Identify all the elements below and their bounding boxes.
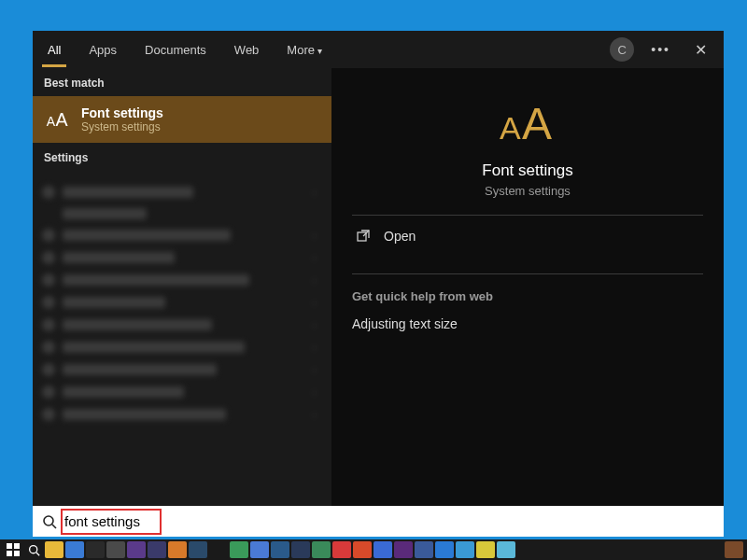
svg-rect-9 — [7, 551, 12, 556]
blurred-results: › › › › › › › › › › — [33, 171, 331, 436]
chevron-down-icon: ▾ — [317, 46, 322, 56]
taskbar-app[interactable] — [168, 541, 187, 558]
svg-point-5 — [44, 516, 53, 525]
taskbar-app[interactable] — [415, 541, 433, 558]
taskbar-app[interactable] — [45, 541, 63, 558]
tab-more[interactable]: More▾ — [281, 34, 328, 66]
divider — [352, 273, 703, 274]
taskbar-app[interactable] — [312, 541, 331, 558]
svg-text:A: A — [56, 109, 69, 130]
more-options-icon[interactable]: ••• — [651, 42, 670, 57]
svg-text:A: A — [47, 114, 56, 129]
taskbar-app[interactable] — [127, 541, 146, 558]
svg-line-6 — [52, 525, 56, 528]
svg-rect-7 — [7, 543, 12, 549]
taskbar-app[interactable] — [189, 541, 207, 558]
search-icon — [42, 514, 57, 529]
tab-all[interactable]: All — [42, 34, 66, 66]
web-help-header: Get quick help from web — [352, 289, 703, 303]
taskbar-app[interactable] — [271, 541, 289, 558]
search-input[interactable] — [64, 513, 714, 529]
taskbar-app[interactable] — [497, 541, 515, 558]
taskbar — [0, 539, 747, 560]
taskbar-app[interactable] — [476, 541, 495, 558]
search-panel: All Apps Documents Web More▾ C ••• ✕ Bes… — [33, 31, 724, 507]
svg-rect-10 — [14, 551, 20, 556]
tab-apps[interactable]: Apps — [83, 34, 122, 66]
preview-title: Font settings — [352, 161, 703, 180]
font-icon-large: AA — [490, 94, 565, 150]
best-match-subtitle: System settings — [81, 120, 163, 133]
taskbar-search-icon[interactable] — [24, 541, 43, 558]
preview-pane: AA Font settings System settings Open Ge… — [331, 68, 724, 507]
tab-web[interactable]: Web — [229, 34, 265, 66]
taskbar-app[interactable] — [106, 541, 125, 558]
start-button[interactable] — [4, 541, 22, 558]
open-icon — [356, 229, 371, 244]
preview-subtitle: System settings — [352, 184, 703, 198]
taskbar-app[interactable] — [725, 541, 743, 558]
tab-documents[interactable]: Documents — [139, 34, 212, 66]
taskbar-app[interactable] — [250, 541, 269, 558]
results-column: Best match AA Font settings System setti… — [33, 68, 331, 507]
close-button[interactable]: ✕ — [687, 37, 714, 63]
taskbar-app[interactable] — [353, 541, 372, 558]
user-avatar[interactable]: C — [610, 37, 634, 62]
search-tabs: All Apps Documents Web More▾ C ••• ✕ — [33, 31, 724, 68]
settings-section-label: Settings — [33, 143, 331, 171]
svg-rect-4 — [358, 232, 366, 241]
taskbar-app[interactable] — [65, 541, 84, 558]
best-match-title: Font settings — [81, 105, 163, 120]
svg-rect-8 — [14, 543, 20, 549]
taskbar-app[interactable] — [394, 541, 413, 558]
taskbar-app[interactable] — [291, 541, 310, 558]
help-link-text-size[interactable]: Adjusting text size — [352, 316, 703, 331]
font-icon: AA — [44, 106, 70, 133]
taskbar-app[interactable] — [148, 541, 166, 558]
taskbar-app[interactable] — [374, 541, 392, 558]
taskbar-app[interactable] — [435, 541, 454, 558]
taskbar-app[interactable] — [209, 541, 228, 558]
taskbar-app[interactable] — [332, 541, 351, 558]
taskbar-app[interactable] — [456, 541, 474, 558]
best-match-label: Best match — [33, 68, 331, 96]
svg-text:A: A — [522, 99, 552, 148]
open-label: Open — [384, 229, 416, 244]
svg-point-11 — [29, 545, 36, 553]
search-bar[interactable] — [33, 506, 724, 537]
taskbar-app[interactable] — [86, 541, 105, 558]
svg-text:A: A — [500, 110, 521, 146]
svg-line-12 — [35, 552, 38, 554]
taskbar-app[interactable] — [230, 541, 248, 558]
open-action[interactable]: Open — [352, 216, 703, 257]
best-match-item[interactable]: AA Font settings System settings — [33, 96, 331, 143]
